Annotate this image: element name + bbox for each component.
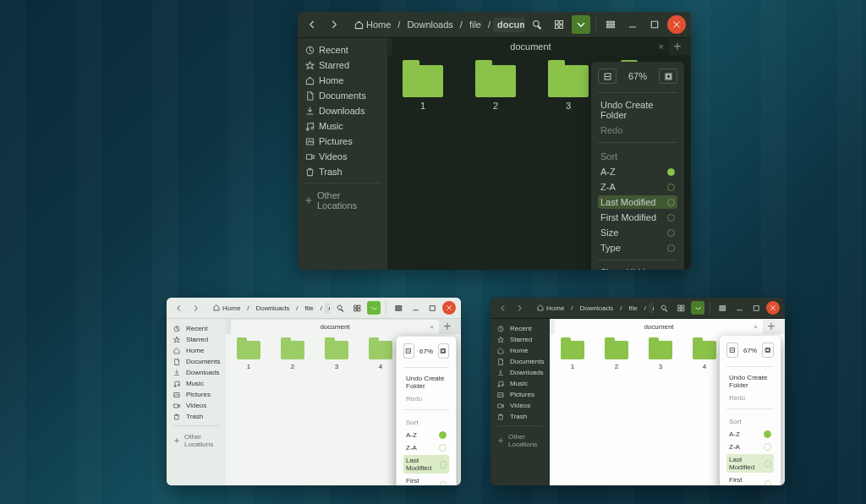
breadcrumb-segment[interactable]: file: [624, 303, 641, 314]
sidebar-item-videos[interactable]: Videos: [491, 400, 550, 411]
sidebar-item-trash[interactable]: Trash: [491, 411, 550, 422]
search-button[interactable]: [657, 301, 671, 315]
new-tab-button[interactable]: +: [763, 319, 780, 334]
view-options-button[interactable]: [691, 301, 704, 315]
tab-document[interactable]: document×: [555, 320, 763, 334]
breadcrumb-segment[interactable]: document ▾: [493, 18, 524, 32]
sort-option[interactable]: A-Z: [403, 430, 449, 441]
minimize-button[interactable]: [623, 15, 642, 34]
tab-document[interactable]: document×: [231, 320, 439, 334]
undo-item[interactable]: Undo Create Folder: [598, 98, 677, 122]
tab-document[interactable]: document×: [392, 38, 669, 55]
undo-item[interactable]: Undo Create Folder: [403, 373, 449, 392]
sort-option[interactable]: First Modified: [598, 211, 677, 224]
back-button[interactable]: [496, 301, 509, 315]
forward-button[interactable]: [189, 301, 202, 315]
breadcrumb-segment[interactable]: Downloads: [403, 18, 457, 31]
sort-option[interactable]: A-Z: [726, 429, 774, 440]
sidebar-item-documents[interactable]: Documents: [298, 88, 387, 103]
sort-option[interactable]: A-Z: [598, 165, 677, 178]
folder-item[interactable]: 2: [602, 341, 631, 370]
maximize-button[interactable]: [425, 301, 439, 315]
sidebar-item-downloads[interactable]: Downloads: [298, 103, 387, 118]
sidebar-item-starred[interactable]: Starred: [491, 334, 550, 345]
sort-option[interactable]: Size: [598, 226, 677, 239]
sidebar-item-music[interactable]: Music: [167, 378, 226, 389]
sidebar-item-trash[interactable]: Trash: [298, 164, 387, 179]
sidebar-item-recent[interactable]: Recent: [298, 42, 387, 58]
search-button[interactable]: [528, 15, 546, 34]
zoom-out-button[interactable]: [726, 342, 738, 358]
zoom-fit-button[interactable]: [438, 343, 449, 359]
sort-option[interactable]: Last Modified: [403, 455, 449, 474]
folder-item[interactable]: 3: [543, 65, 594, 111]
sidebar-other-locations[interactable]: Other Locations: [167, 430, 226, 452]
folder-item[interactable]: 4: [366, 341, 395, 370]
sidebar-item-downloads[interactable]: Downloads: [167, 367, 226, 378]
forward-button[interactable]: [325, 15, 343, 34]
zoom-out-button[interactable]: [403, 343, 414, 359]
grid-view-button[interactable]: [350, 301, 364, 315]
sidebar-item-home[interactable]: Home: [167, 345, 226, 356]
zoom-fit-button[interactable]: [762, 342, 774, 358]
close-button[interactable]: [766, 301, 780, 315]
sidebar-item-downloads[interactable]: Downloads: [491, 367, 550, 378]
sidebar-other-locations[interactable]: Other Locations: [298, 187, 387, 214]
breadcrumb-segment[interactable]: Home: [533, 303, 568, 314]
breadcrumb-segment[interactable]: document ▾: [325, 303, 330, 314]
sidebar-item-documents[interactable]: Documents: [167, 356, 226, 367]
maximize-button[interactable]: [645, 15, 664, 34]
zoom-out-button[interactable]: [598, 68, 617, 84]
hamburger-menu-button[interactable]: [715, 301, 729, 315]
sort-option[interactable]: Last Modified: [598, 195, 677, 209]
tab-close-icon[interactable]: ×: [659, 41, 664, 52]
sort-option[interactable]: First Modified: [726, 474, 774, 485]
close-button[interactable]: [442, 301, 456, 315]
hamburger-menu-button[interactable]: [392, 301, 405, 315]
hamburger-menu-button[interactable]: [601, 15, 620, 34]
sidebar-item-recent[interactable]: Recent: [167, 323, 226, 334]
tab-close-icon[interactable]: ×: [754, 323, 758, 331]
sidebar-item-trash[interactable]: Trash: [167, 411, 226, 422]
sidebar-item-recent[interactable]: Recent: [491, 323, 550, 334]
sort-option[interactable]: Last Modified: [726, 454, 774, 473]
forward-button[interactable]: [512, 301, 526, 315]
minimize-button[interactable]: [732, 301, 746, 315]
sort-option[interactable]: Z-A: [598, 180, 677, 194]
sidebar-other-locations[interactable]: Other Locations: [491, 430, 550, 452]
tab-close-icon[interactable]: ×: [430, 323, 434, 331]
sidebar-item-music[interactable]: Music: [491, 378, 550, 389]
breadcrumb-segment[interactable]: Downloads: [576, 303, 618, 314]
zoom-fit-button[interactable]: [659, 68, 677, 84]
minimize-button[interactable]: [408, 301, 422, 315]
sort-option[interactable]: First Modified: [403, 475, 449, 485]
sort-option[interactable]: Z-A: [403, 442, 449, 453]
sort-option[interactable]: Z-A: [726, 441, 774, 452]
grid-view-button[interactable]: [674, 301, 688, 315]
new-tab-button[interactable]: +: [439, 319, 456, 334]
sidebar-item-videos[interactable]: Videos: [298, 149, 387, 164]
view-options-button[interactable]: [572, 15, 590, 34]
sidebar-item-videos[interactable]: Videos: [167, 400, 226, 411]
undo-item[interactable]: Undo Create Folder: [726, 372, 774, 391]
sidebar-item-pictures[interactable]: Pictures: [491, 389, 550, 400]
folder-item[interactable]: 1: [558, 341, 587, 370]
breadcrumb-segment[interactable]: Downloads: [252, 303, 294, 314]
sidebar-item-documents[interactable]: Documents: [491, 356, 550, 367]
breadcrumb-segment[interactable]: document ▾: [649, 303, 654, 314]
folder-item[interactable]: 3: [322, 341, 351, 370]
folder-item[interactable]: 2: [278, 341, 307, 370]
new-tab-button[interactable]: +: [669, 39, 686, 54]
breadcrumb-segment[interactable]: file: [300, 303, 317, 314]
sidebar-item-home[interactable]: Home: [298, 73, 387, 88]
close-button[interactable]: [667, 15, 686, 34]
sidebar-item-pictures[interactable]: Pictures: [298, 134, 387, 149]
folder-item[interactable]: 4: [690, 341, 719, 370]
grid-view-button[interactable]: [550, 15, 568, 34]
sidebar-item-starred[interactable]: Starred: [298, 58, 387, 73]
view-options-button[interactable]: [367, 301, 381, 315]
sort-option[interactable]: Type: [598, 241, 677, 255]
back-button[interactable]: [303, 15, 321, 34]
folder-item[interactable]: 3: [646, 341, 675, 370]
sidebar-item-pictures[interactable]: Pictures: [167, 389, 226, 400]
